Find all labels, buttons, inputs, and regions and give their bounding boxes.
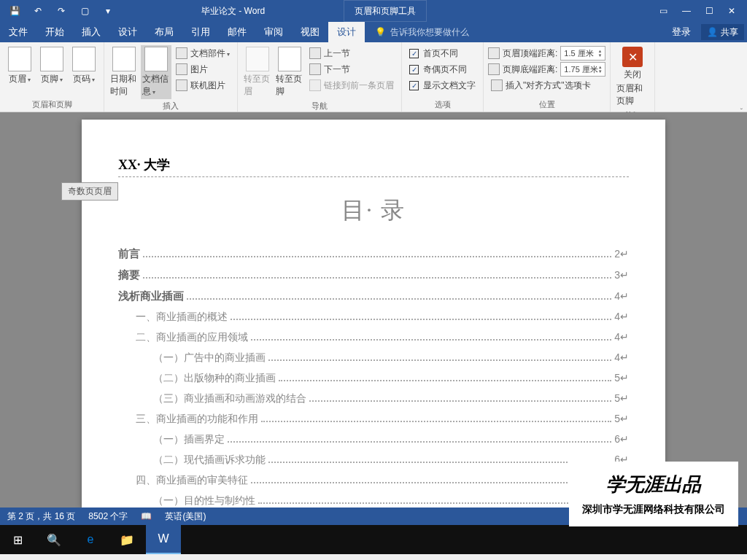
quick-parts-icon [176, 47, 187, 59]
save-icon[interactable]: 💾 [6, 2, 23, 20]
quick-parts-button[interactable]: 文档部件 [173, 45, 233, 61]
document-title: 目· 录 [118, 195, 629, 227]
title-bar: 💾 ↶ ↷ ▢ ▾ 毕业论文 - Word 页眉和页脚工具 ▭ ― ☐ ✕ [0, 0, 747, 22]
maximize-icon[interactable]: ☐ [705, 6, 713, 16]
prev-section-icon [309, 47, 321, 59]
word-count[interactable]: 8502 个字 [88, 510, 128, 523]
tab-mailings[interactable]: 邮件 [219, 22, 255, 42]
lightbulb-icon: 💡 [375, 27, 386, 37]
next-section-button[interactable]: 下一节 [306, 61, 397, 77]
doc-info-icon [144, 47, 168, 71]
ribbon-display-icon[interactable]: ▭ [659, 6, 667, 16]
group-header-footer: 页眉和页脚 [4, 98, 99, 110]
toc-entry: （三）商业插画和动画游戏的结合5↵ [118, 392, 629, 405]
footer-distance-icon [488, 63, 500, 75]
share-button[interactable]: 👤共享 [701, 24, 744, 40]
ribbon-tabs: 文件 开始 插入 设计 布局 引用 邮件 审阅 视图 设计 💡告诉我你想要做什么… [0, 22, 747, 42]
pictures-button[interactable]: 图片 [173, 61, 233, 77]
page-header[interactable]: XX· 大学 奇数页页眉 [118, 156, 629, 177]
previous-section-button[interactable]: 上一节 [306, 45, 397, 61]
toc-entry: 一、商业插画的概述4↵ [118, 311, 629, 324]
close-x-icon: ✕ [622, 47, 643, 67]
tab-headerfooter-design[interactable]: 设计 [328, 22, 365, 42]
tab-file[interactable]: 文件 [0, 22, 36, 42]
footer-distance-input[interactable]: 1.75 厘米▲▼ [560, 62, 605, 77]
context-tool-title: 页眉和页脚工具 [344, 0, 427, 22]
qat-dropdown-icon[interactable]: ▾ [99, 2, 117, 20]
window-title: 毕业论文 - Word [123, 5, 344, 18]
toc-entry: （一）目的性与制约性6↵ [118, 494, 629, 508]
tab-layout[interactable]: 布局 [146, 22, 182, 42]
toc-entry: （一）插画界定6↵ [118, 433, 629, 446]
link-icon [309, 79, 321, 91]
watermark-title: 学无涯出品 [582, 472, 725, 497]
header-distance-icon [488, 47, 500, 59]
picture-icon [176, 63, 187, 75]
odd-page-header-label: 奇数页页眉 [61, 182, 118, 201]
page-number-button[interactable]: 页码 [69, 45, 99, 87]
tab-design[interactable]: 设计 [109, 22, 146, 42]
tab-review[interactable]: 审阅 [255, 22, 292, 42]
tab-insert[interactable]: 插入 [73, 22, 109, 42]
watermark-company: 深圳市学无涯网络科技有限公司 [582, 503, 725, 516]
share-icon: 👤 [707, 27, 718, 37]
spellcheck-icon[interactable]: 📖 [141, 511, 152, 521]
header-button[interactable]: 页眉 [4, 45, 35, 87]
word-taskbar-icon[interactable]: W [146, 525, 181, 554]
file-explorer-icon[interactable]: 📁 [109, 525, 144, 554]
watermark: 学无涯出品 深圳市学无涯网络科技有限公司 [569, 462, 738, 526]
search-icon[interactable]: 🔍 [36, 525, 71, 554]
different-odd-even-checkbox[interactable]: ✓奇偶页不同 [406, 61, 479, 77]
ribbon: 页眉 页脚 页码 页眉和页脚 日期和时间 文档信息 文档部件 图片 联机图片 插… [0, 42, 747, 112]
online-pictures-button[interactable]: 联机图片 [173, 77, 233, 93]
toc-entry: 摘要3↵ [118, 268, 629, 282]
close-header-footer-button[interactable]: ✕ 关闭 页眉和页脚 [615, 45, 650, 109]
calendar-icon [112, 47, 136, 71]
toc-entry: 三、商业插画的功能和作用5↵ [118, 413, 629, 426]
close-icon[interactable]: ✕ [728, 6, 735, 16]
table-of-contents: 前言2↵摘要3↵浅析商业插画4↵一、商业插画的概述4↵二、商业插画的应用领域4↵… [118, 247, 629, 508]
tell-me-search[interactable]: 💡告诉我你想要做什么 [365, 26, 469, 39]
tab-home[interactable]: 开始 [36, 22, 73, 42]
toc-entry: （一）广告中的商业插画4↵ [118, 351, 629, 365]
page-count[interactable]: 第 2 页，共 16 页 [7, 510, 75, 523]
group-options: 选项 [406, 98, 479, 110]
minimize-icon[interactable]: ― [682, 6, 691, 16]
header-icon [8, 47, 31, 71]
redo-icon[interactable]: ↷ [53, 2, 70, 20]
edge-icon[interactable]: e [73, 525, 108, 554]
link-previous-button: 链接到前一条页眉 [306, 77, 397, 93]
group-navigation: 导航 [242, 99, 397, 112]
document-page[interactable]: XX· 大学 奇数页页眉 目· 录 前言2↵摘要3↵浅析商业插画4↵一、商业插画… [82, 120, 665, 508]
footer-button[interactable]: 页脚 [36, 45, 67, 87]
tab-references[interactable]: 引用 [182, 22, 219, 42]
different-first-page-checkbox[interactable]: ✓首页不同 [406, 45, 479, 61]
header-text[interactable]: XX· 大学 [118, 158, 170, 172]
goto-header-button: 转至页眉 [242, 45, 273, 99]
online-picture-icon [176, 79, 187, 91]
undo-icon[interactable]: ↶ [29, 2, 47, 20]
goto-footer-icon [278, 47, 301, 71]
date-time-button[interactable]: 日期和时间 [109, 45, 139, 99]
group-position: 位置 [488, 98, 605, 110]
toc-entry: 浅析商业插画4↵ [118, 289, 629, 303]
document-area[interactable]: XX· 大学 奇数页页眉 目· 录 前言2↵摘要3↵浅析商业插画4↵一、商业插画… [0, 112, 747, 508]
next-section-icon [309, 63, 321, 75]
alignment-tab-icon [491, 79, 503, 91]
goto-footer-button[interactable]: 转至页脚 [274, 45, 305, 99]
page-number-icon [72, 47, 96, 71]
toc-entry: （二）出版物种的商业插画5↵ [118, 372, 629, 385]
new-doc-icon[interactable]: ▢ [76, 2, 93, 20]
start-button[interactable]: ⊞ [0, 525, 35, 554]
document-info-button[interactable]: 文档信息 [141, 45, 171, 99]
toc-entry: 前言2↵ [118, 247, 629, 261]
language-status[interactable]: 英语(美国) [165, 510, 206, 523]
group-insert: 插入 [109, 99, 233, 112]
header-distance-input[interactable]: 1.5 厘米▲▼ [560, 46, 605, 61]
tab-view[interactable]: 视图 [292, 22, 328, 42]
login-button[interactable]: 登录 [663, 22, 700, 42]
show-document-text-checkbox[interactable]: ✓显示文档文字 [406, 77, 479, 93]
insert-alignment-tab-button[interactable]: 插入"对齐方式"选项卡 [488, 77, 605, 93]
toc-entry: 二、商业插画的应用领域4↵ [118, 331, 629, 344]
footer-icon [40, 47, 63, 71]
